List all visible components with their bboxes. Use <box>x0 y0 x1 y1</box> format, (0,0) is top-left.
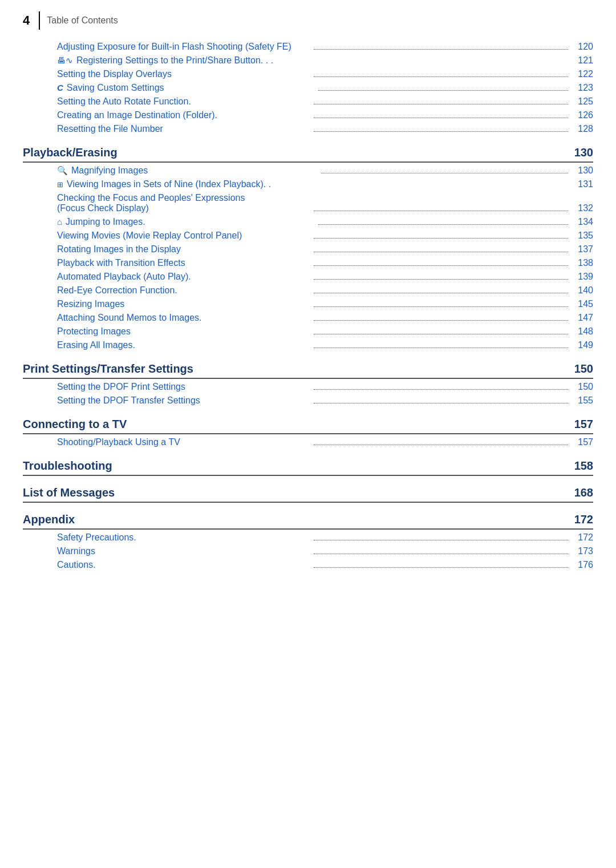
entry-text: Adjusting Exposure for Built-in Flash Sh… <box>57 42 311 52</box>
dots <box>314 334 568 334</box>
list-item[interactable]: 🔍 Magnifying Images 130 <box>23 164 593 177</box>
section-page: 172 <box>574 513 593 526</box>
dots <box>314 104 568 104</box>
list-item[interactable]: Resizing Images 145 <box>23 297 593 311</box>
entry-page: 155 <box>570 395 593 406</box>
list-item[interactable]: Creating an Image Destination (Folder). … <box>23 108 593 122</box>
list-item[interactable]: ⊞ Viewing Images in Sets of Nine (Index … <box>23 177 593 191</box>
section-header: Troubleshooting 158 <box>23 455 593 476</box>
list-item[interactable]: Adjusting Exposure for Built-in Flash Sh… <box>23 40 593 54</box>
list-item[interactable]: 🖶∿ Registering Settings to the Print/Sha… <box>23 54 593 67</box>
entry-text: Magnifying Images <box>71 165 319 176</box>
entry-text: Rotating Images in the Display <box>57 244 311 255</box>
list-item[interactable]: Protecting Images 148 <box>23 325 593 338</box>
section-page: 157 <box>574 418 593 431</box>
entry-text-continuation: (Focus Check Display) <box>57 203 311 213</box>
list-item[interactable]: Automated Playback (Auto Play). 139 <box>23 270 593 284</box>
header-title: Table of Contents <box>47 15 118 26</box>
section-connecting-tv: Connecting to a TV 157 Shooting/Playback… <box>23 413 593 449</box>
entry-text: Warnings <box>57 546 311 556</box>
index-icon: ⊞ <box>57 180 63 189</box>
list-item[interactable]: Setting the DPOF Print Settings 150 <box>23 380 593 394</box>
page-number: 4 <box>23 13 30 28</box>
print-share-icon: 🖶∿ <box>57 55 73 66</box>
dots <box>314 389 568 390</box>
entry-text: Saving Custom Settings <box>67 83 317 93</box>
list-item[interactable]: Attaching Sound Memos to Images. 147 <box>23 311 593 325</box>
section-page: 158 <box>574 459 593 473</box>
dots <box>314 348 568 348</box>
list-item[interactable]: Resetting the File Number 128 <box>23 122 593 136</box>
section-page: 130 <box>574 146 593 159</box>
entry-text: Registering Settings to the Print/Share … <box>76 55 570 66</box>
list-item[interactable]: Warnings 173 <box>23 544 593 558</box>
list-item[interactable]: Red-Eye Correction Function. 140 <box>23 284 593 297</box>
dots <box>314 306 568 307</box>
dots <box>314 211 568 211</box>
dots <box>314 252 568 252</box>
list-item[interactable]: Playback with Transition Effects 138 <box>23 256 593 270</box>
entry-page: 138 <box>570 258 593 268</box>
entry-text: Setting the DPOF Print Settings <box>57 382 311 392</box>
entry-text: Safety Precautions. <box>57 532 311 543</box>
entry-text: Protecting Images <box>57 326 311 337</box>
dots <box>318 224 568 225</box>
entry-text: Resizing Images <box>57 299 311 309</box>
entry-text: Resetting the File Number <box>57 124 311 134</box>
dots <box>314 554 568 554</box>
entry-text: Viewing Movies (Movie Replay Control Pan… <box>57 231 311 241</box>
section-header: Print Settings/Transfer Settings 150 <box>23 358 593 379</box>
entry-page: 172 <box>570 532 593 543</box>
entry-page: 134 <box>570 217 593 227</box>
entry-page: 137 <box>570 244 593 255</box>
section-title: Playback/Erasing <box>23 146 117 159</box>
section-page: 150 <box>574 362 593 376</box>
dots <box>321 173 569 173</box>
dots <box>314 540 568 540</box>
magnify-icon: 🔍 <box>57 165 68 176</box>
entry-page: 128 <box>570 124 593 134</box>
entry-text: Creating an Image Destination (Folder). <box>57 110 311 120</box>
section-header: Appendix 172 <box>23 508 593 530</box>
list-item[interactable]: Setting the Auto Rotate Function. 125 <box>23 95 593 108</box>
entry-page: 121 <box>570 55 593 66</box>
entry-text: Cautions. <box>57 560 311 570</box>
section-playback-erasing: Playback/Erasing 130 🔍 Magnifying Images… <box>23 142 593 352</box>
entry-page: 150 <box>570 382 593 392</box>
entry-text: Red-Eye Correction Function. <box>57 285 311 296</box>
entry-page: 131 <box>570 179 593 189</box>
dots <box>314 49 568 50</box>
section-title: Print Settings/Transfer Settings <box>23 362 193 376</box>
section-title: Appendix <box>23 513 75 526</box>
section-print-settings: Print Settings/Transfer Settings 150 Set… <box>23 358 593 407</box>
entry-page: 130 <box>570 165 593 176</box>
dots <box>314 293 568 293</box>
list-item[interactable]: Cautions. 176 <box>23 558 593 572</box>
list-item[interactable]: Setting the Display Overlays 122 <box>23 67 593 81</box>
list-item[interactable]: Erasing All Images. 149 <box>23 338 593 352</box>
section-title: List of Messages <box>23 486 115 499</box>
entry-text: Automated Playback (Auto Play). <box>57 272 311 282</box>
section-page: 168 <box>574 486 593 499</box>
list-item[interactable]: Safety Precautions. 172 <box>23 531 593 544</box>
entry-text: Shooting/Playback Using a TV <box>57 437 311 447</box>
entry-text: Setting the DPOF Transfer Settings <box>57 395 311 406</box>
entry-text: Erasing All Images. <box>57 340 311 350</box>
list-item[interactable]: ⌂ Jumping to Images. 134 <box>23 215 593 229</box>
list-item[interactable]: Shooting/Playback Using a TV 157 <box>23 435 593 449</box>
entry-page: 157 <box>570 437 593 447</box>
custom-icon: C <box>57 83 63 92</box>
entry-page: 123 <box>570 83 593 93</box>
list-item[interactable]: C Saving Custom Settings 123 <box>23 81 593 95</box>
dots <box>314 445 568 445</box>
entry-page: 145 <box>570 299 593 309</box>
list-item[interactable]: Setting the DPOF Transfer Settings 155 <box>23 394 593 407</box>
page-header: 4 Table of Contents <box>23 11 593 30</box>
entry-page: 148 <box>570 326 593 337</box>
section-header: Connecting to a TV 157 <box>23 413 593 434</box>
list-item[interactable]: Checking the Focus and Peoples' Expressi… <box>23 191 593 215</box>
list-item[interactable]: Viewing Movies (Movie Replay Control Pan… <box>23 229 593 243</box>
list-item[interactable]: Rotating Images in the Display 137 <box>23 243 593 256</box>
jump-icon: ⌂ <box>57 217 62 227</box>
section-header: List of Messages 168 <box>23 482 593 503</box>
